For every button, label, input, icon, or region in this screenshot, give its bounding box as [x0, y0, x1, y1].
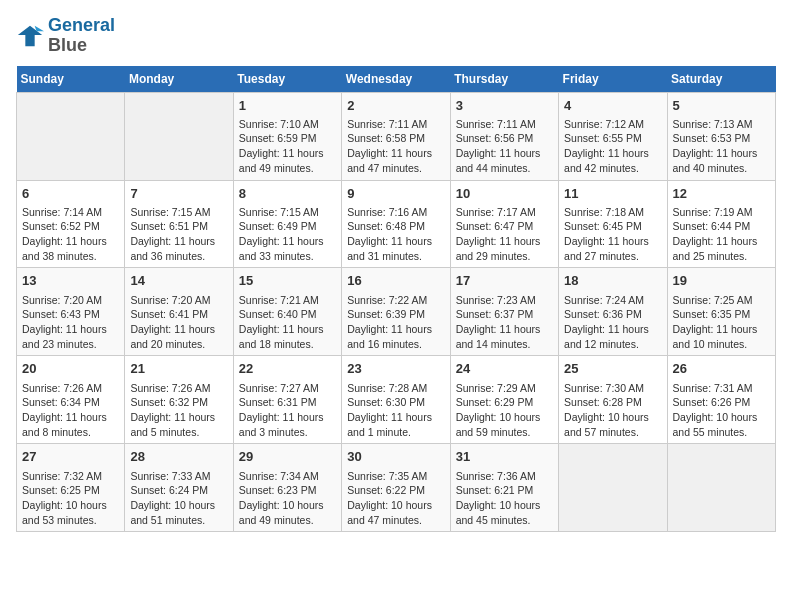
- calendar-cell: 30Sunrise: 7:35 AMSunset: 6:22 PMDayligh…: [342, 444, 450, 532]
- cell-info: Sunrise: 7:23 AMSunset: 6:37 PMDaylight:…: [456, 293, 553, 352]
- cell-date-number: 4: [564, 97, 661, 115]
- logo-text: General Blue: [48, 16, 115, 56]
- cell-date-number: 7: [130, 185, 227, 203]
- calendar-cell: 6Sunrise: 7:14 AMSunset: 6:52 PMDaylight…: [17, 180, 125, 268]
- cell-date-number: 1: [239, 97, 336, 115]
- calendar-day-header: Saturday: [667, 66, 775, 93]
- cell-date-number: 22: [239, 360, 336, 378]
- cell-info: Sunrise: 7:21 AMSunset: 6:40 PMDaylight:…: [239, 293, 336, 352]
- calendar-body: 1Sunrise: 7:10 AMSunset: 6:59 PMDaylight…: [17, 92, 776, 532]
- cell-date-number: 24: [456, 360, 553, 378]
- calendar-cell: 29Sunrise: 7:34 AMSunset: 6:23 PMDayligh…: [233, 444, 341, 532]
- calendar-day-header: Sunday: [17, 66, 125, 93]
- cell-info: Sunrise: 7:19 AMSunset: 6:44 PMDaylight:…: [673, 205, 770, 264]
- cell-info: Sunrise: 7:26 AMSunset: 6:32 PMDaylight:…: [130, 381, 227, 440]
- cell-date-number: 12: [673, 185, 770, 203]
- cell-date-number: 28: [130, 448, 227, 466]
- cell-date-number: 13: [22, 272, 119, 290]
- calendar-cell: 12Sunrise: 7:19 AMSunset: 6:44 PMDayligh…: [667, 180, 775, 268]
- calendar-week-row: 1Sunrise: 7:10 AMSunset: 6:59 PMDaylight…: [17, 92, 776, 180]
- logo: General Blue: [16, 16, 115, 56]
- calendar-cell: [17, 92, 125, 180]
- calendar-cell: 4Sunrise: 7:12 AMSunset: 6:55 PMDaylight…: [559, 92, 667, 180]
- calendar-cell: 11Sunrise: 7:18 AMSunset: 6:45 PMDayligh…: [559, 180, 667, 268]
- calendar-cell: [667, 444, 775, 532]
- calendar-week-row: 27Sunrise: 7:32 AMSunset: 6:25 PMDayligh…: [17, 444, 776, 532]
- cell-date-number: 9: [347, 185, 444, 203]
- cell-date-number: 23: [347, 360, 444, 378]
- calendar-cell: 22Sunrise: 7:27 AMSunset: 6:31 PMDayligh…: [233, 356, 341, 444]
- cell-info: Sunrise: 7:14 AMSunset: 6:52 PMDaylight:…: [22, 205, 119, 264]
- calendar-cell: 24Sunrise: 7:29 AMSunset: 6:29 PMDayligh…: [450, 356, 558, 444]
- calendar-cell: 9Sunrise: 7:16 AMSunset: 6:48 PMDaylight…: [342, 180, 450, 268]
- cell-info: Sunrise: 7:36 AMSunset: 6:21 PMDaylight:…: [456, 469, 553, 528]
- calendar-cell: 21Sunrise: 7:26 AMSunset: 6:32 PMDayligh…: [125, 356, 233, 444]
- calendar-cell: 2Sunrise: 7:11 AMSunset: 6:58 PMDaylight…: [342, 92, 450, 180]
- cell-date-number: 14: [130, 272, 227, 290]
- cell-date-number: 6: [22, 185, 119, 203]
- cell-info: Sunrise: 7:30 AMSunset: 6:28 PMDaylight:…: [564, 381, 661, 440]
- calendar-day-header: Tuesday: [233, 66, 341, 93]
- cell-info: Sunrise: 7:20 AMSunset: 6:41 PMDaylight:…: [130, 293, 227, 352]
- calendar-cell: 13Sunrise: 7:20 AMSunset: 6:43 PMDayligh…: [17, 268, 125, 356]
- cell-date-number: 25: [564, 360, 661, 378]
- calendar-cell: 31Sunrise: 7:36 AMSunset: 6:21 PMDayligh…: [450, 444, 558, 532]
- cell-date-number: 31: [456, 448, 553, 466]
- calendar-table: SundayMondayTuesdayWednesdayThursdayFrid…: [16, 66, 776, 533]
- cell-info: Sunrise: 7:26 AMSunset: 6:34 PMDaylight:…: [22, 381, 119, 440]
- calendar-cell: 14Sunrise: 7:20 AMSunset: 6:41 PMDayligh…: [125, 268, 233, 356]
- calendar-cell: 28Sunrise: 7:33 AMSunset: 6:24 PMDayligh…: [125, 444, 233, 532]
- cell-date-number: 8: [239, 185, 336, 203]
- calendar-cell: 27Sunrise: 7:32 AMSunset: 6:25 PMDayligh…: [17, 444, 125, 532]
- calendar-cell: 20Sunrise: 7:26 AMSunset: 6:34 PMDayligh…: [17, 356, 125, 444]
- cell-info: Sunrise: 7:31 AMSunset: 6:26 PMDaylight:…: [673, 381, 770, 440]
- calendar-cell: 5Sunrise: 7:13 AMSunset: 6:53 PMDaylight…: [667, 92, 775, 180]
- calendar-cell: 1Sunrise: 7:10 AMSunset: 6:59 PMDaylight…: [233, 92, 341, 180]
- cell-date-number: 5: [673, 97, 770, 115]
- cell-date-number: 29: [239, 448, 336, 466]
- cell-info: Sunrise: 7:24 AMSunset: 6:36 PMDaylight:…: [564, 293, 661, 352]
- calendar-cell: 26Sunrise: 7:31 AMSunset: 6:26 PMDayligh…: [667, 356, 775, 444]
- calendar-cell: 23Sunrise: 7:28 AMSunset: 6:30 PMDayligh…: [342, 356, 450, 444]
- cell-date-number: 3: [456, 97, 553, 115]
- cell-date-number: 11: [564, 185, 661, 203]
- cell-date-number: 15: [239, 272, 336, 290]
- cell-info: Sunrise: 7:29 AMSunset: 6:29 PMDaylight:…: [456, 381, 553, 440]
- cell-date-number: 27: [22, 448, 119, 466]
- calendar-day-header: Thursday: [450, 66, 558, 93]
- cell-date-number: 26: [673, 360, 770, 378]
- cell-date-number: 21: [130, 360, 227, 378]
- calendar-day-header: Friday: [559, 66, 667, 93]
- cell-date-number: 16: [347, 272, 444, 290]
- cell-info: Sunrise: 7:10 AMSunset: 6:59 PMDaylight:…: [239, 117, 336, 176]
- calendar-day-header: Monday: [125, 66, 233, 93]
- cell-info: Sunrise: 7:13 AMSunset: 6:53 PMDaylight:…: [673, 117, 770, 176]
- calendar-week-row: 6Sunrise: 7:14 AMSunset: 6:52 PMDaylight…: [17, 180, 776, 268]
- page-header: General Blue: [16, 16, 776, 56]
- cell-info: Sunrise: 7:11 AMSunset: 6:56 PMDaylight:…: [456, 117, 553, 176]
- calendar-cell: 25Sunrise: 7:30 AMSunset: 6:28 PMDayligh…: [559, 356, 667, 444]
- logo-icon: [16, 22, 44, 50]
- cell-info: Sunrise: 7:35 AMSunset: 6:22 PMDaylight:…: [347, 469, 444, 528]
- calendar-cell: [125, 92, 233, 180]
- calendar-cell: 8Sunrise: 7:15 AMSunset: 6:49 PMDaylight…: [233, 180, 341, 268]
- calendar-day-header: Wednesday: [342, 66, 450, 93]
- cell-info: Sunrise: 7:20 AMSunset: 6:43 PMDaylight:…: [22, 293, 119, 352]
- calendar-cell: 7Sunrise: 7:15 AMSunset: 6:51 PMDaylight…: [125, 180, 233, 268]
- cell-info: Sunrise: 7:28 AMSunset: 6:30 PMDaylight:…: [347, 381, 444, 440]
- cell-info: Sunrise: 7:12 AMSunset: 6:55 PMDaylight:…: [564, 117, 661, 176]
- calendar-cell: [559, 444, 667, 532]
- cell-info: Sunrise: 7:25 AMSunset: 6:35 PMDaylight:…: [673, 293, 770, 352]
- cell-date-number: 18: [564, 272, 661, 290]
- cell-date-number: 20: [22, 360, 119, 378]
- cell-info: Sunrise: 7:11 AMSunset: 6:58 PMDaylight:…: [347, 117, 444, 176]
- cell-info: Sunrise: 7:33 AMSunset: 6:24 PMDaylight:…: [130, 469, 227, 528]
- cell-info: Sunrise: 7:32 AMSunset: 6:25 PMDaylight:…: [22, 469, 119, 528]
- cell-info: Sunrise: 7:15 AMSunset: 6:49 PMDaylight:…: [239, 205, 336, 264]
- calendar-week-row: 20Sunrise: 7:26 AMSunset: 6:34 PMDayligh…: [17, 356, 776, 444]
- calendar-cell: 16Sunrise: 7:22 AMSunset: 6:39 PMDayligh…: [342, 268, 450, 356]
- calendar-cell: 18Sunrise: 7:24 AMSunset: 6:36 PMDayligh…: [559, 268, 667, 356]
- cell-date-number: 10: [456, 185, 553, 203]
- cell-info: Sunrise: 7:16 AMSunset: 6:48 PMDaylight:…: [347, 205, 444, 264]
- calendar-header-row: SundayMondayTuesdayWednesdayThursdayFrid…: [17, 66, 776, 93]
